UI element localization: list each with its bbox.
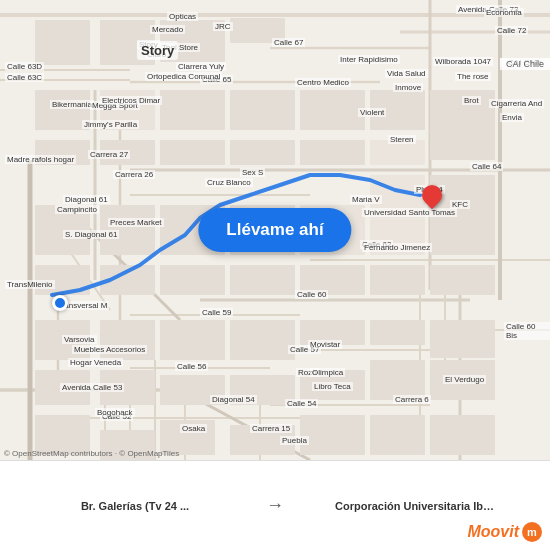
story-overlay-label: Story xyxy=(137,41,178,60)
sex-s-label: Sex S xyxy=(240,168,265,177)
llevame-button[interactable]: Llévame ahí xyxy=(198,208,351,252)
carrera-6-label: Carrera 6 xyxy=(393,395,431,404)
destination-marker xyxy=(422,185,442,205)
route-dest-text: Corporación Universitaria Ibe... xyxy=(335,500,495,512)
calle-56-label: Calle 56 xyxy=(175,362,208,371)
economia-label: Economia xyxy=(484,8,524,17)
wilborada-label: Wilborada 1047 xyxy=(433,57,493,66)
calle-60-label: Calle 60 xyxy=(295,290,328,299)
svg-rect-84 xyxy=(300,415,365,455)
carrera-15-label: Carrera 15 xyxy=(250,424,292,433)
svg-rect-68 xyxy=(160,320,225,360)
centro-medico-label: Centro Medico xyxy=(295,78,351,87)
carrera-26-label: Carrera 26 xyxy=(113,170,155,179)
muebles-label: Muebles Accesorios xyxy=(72,345,147,354)
calle-54-label: Calle 54 xyxy=(285,399,318,408)
moovit-logo-text: Moovit xyxy=(467,523,519,541)
calle-59-label: Calle 59 xyxy=(200,308,233,317)
libro-teca-label: Libro Teca xyxy=(312,382,353,391)
svg-rect-85 xyxy=(370,415,425,455)
cai-chile-overlay-label: CAI Chile xyxy=(500,58,550,70)
svg-rect-41 xyxy=(160,90,225,130)
the-rose-label: The rose xyxy=(455,72,491,81)
avenida-calle-53-label: Avenida Calle 53 xyxy=(60,383,124,392)
cigarreria-label: Cigarreria And xyxy=(489,99,544,108)
fernando-jimenez-label: Fernando Jimenez xyxy=(362,243,432,252)
svg-rect-71 xyxy=(370,320,425,345)
svg-rect-67 xyxy=(100,320,155,360)
route-origin-text: Br. Galerías (Tv 24 ... xyxy=(81,500,189,512)
bikermania-label: Bikermania xyxy=(50,100,94,109)
map-attribution: © OpenStreetMap contributors · © OpenMap… xyxy=(4,449,179,458)
opticas-label: Opticas xyxy=(167,12,198,21)
svg-rect-65 xyxy=(430,265,495,295)
clarrera-yuly-label: Clarrera Yuly xyxy=(176,62,226,71)
cruz-blanco-label: Cruz Blanco xyxy=(205,178,253,187)
moovit-icon: m xyxy=(522,522,542,542)
svg-rect-43 xyxy=(300,90,365,130)
carrera-27-label: Carrera 27 xyxy=(88,150,130,159)
maria-v-label: Maria V xyxy=(350,195,382,204)
calle-64-label: Calle 64 xyxy=(470,162,503,171)
steren-label: Steren xyxy=(388,135,416,144)
calle-63c-label: Calle 63C xyxy=(5,73,44,82)
univ-sto-tomas-label: Universidad Santo Tomas xyxy=(362,208,457,217)
svg-rect-86 xyxy=(430,415,495,455)
svg-rect-72 xyxy=(430,320,495,358)
bottom-bar: Br. Galerías (Tv 24 ... → Corporación Un… xyxy=(0,460,550,550)
envia-label: Envia xyxy=(500,113,524,122)
svg-rect-50 xyxy=(300,140,365,165)
inter-rapidisimo-label: Inter Rapidisimo xyxy=(338,55,400,64)
osaka-label: Osaka xyxy=(180,424,207,433)
diagonal-61-label: Diagonal 61 xyxy=(63,195,110,204)
calle-60bis-label: Calle 60 Bis xyxy=(504,322,550,340)
mercado-label: Mercado xyxy=(150,25,185,34)
route-info: Br. Galerías (Tv 24 ... → Corporación Un… xyxy=(8,495,542,516)
route-origin: Br. Galerías (Tv 24 ... xyxy=(8,500,262,512)
brot-label: Brot xyxy=(462,96,481,105)
svg-rect-42 xyxy=(230,90,295,130)
electricos-label: Electricos Dimar xyxy=(100,96,162,105)
transmilenio-label: TransMilenio xyxy=(5,280,55,289)
movistar-label: Movistar xyxy=(308,340,342,349)
jrc-label: JRC xyxy=(213,22,233,31)
svg-rect-78 xyxy=(370,360,425,400)
bogohack-label: Bogohack xyxy=(95,408,135,417)
ortopedica-label: Ortopedica Comunal xyxy=(145,72,222,81)
calle-67-label: Calle 67 xyxy=(272,38,305,47)
svg-rect-61 xyxy=(160,265,225,295)
svg-rect-35 xyxy=(35,20,90,65)
campincito-label: Campincito xyxy=(55,205,99,214)
svg-rect-62 xyxy=(230,265,295,295)
svg-rect-64 xyxy=(370,265,425,295)
inmove-label: Inmove xyxy=(393,83,423,92)
svg-rect-69 xyxy=(230,320,295,360)
calle-63d-label: Calle 63D xyxy=(5,62,44,71)
vida-salud-label: Vida Salud xyxy=(385,69,428,78)
preces-market-label: Preces Market xyxy=(108,218,164,227)
calle-72-label: Calle 72 xyxy=(495,26,528,35)
puebla-label: Puebla xyxy=(280,436,309,445)
origin-marker xyxy=(52,295,68,311)
svg-rect-49 xyxy=(230,140,295,165)
moovit-logo: Moovit m xyxy=(467,522,542,542)
el-verdugo-label: El Verdugo xyxy=(443,375,486,384)
olimpica-label: Olimpica xyxy=(310,368,345,377)
svg-rect-48 xyxy=(160,140,225,165)
varsovia-label: Varsovia xyxy=(62,335,97,344)
route-destination: Corporación Universitaria Ibe... xyxy=(288,500,542,512)
hogar-veneda-label: Hogar Veneda xyxy=(68,358,123,367)
route-arrow: → xyxy=(266,495,284,516)
jimmys-label: Jimmy's Parilla xyxy=(82,120,139,129)
map-container: Story CAI Chile Calle 63D Calle 63C Call… xyxy=(0,0,550,460)
madre-rafols-label: Madre rafols hogar xyxy=(5,155,76,164)
diagonal-54-label: Diagonal 54 xyxy=(210,395,257,404)
violent-label: Violent xyxy=(358,108,386,117)
s-diagonal-label: S. Diagonal 61 xyxy=(63,230,119,239)
